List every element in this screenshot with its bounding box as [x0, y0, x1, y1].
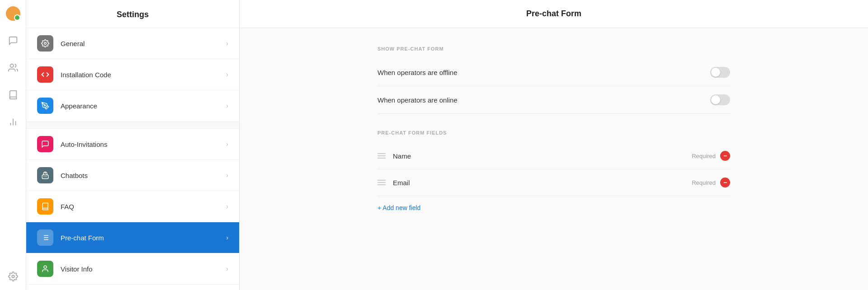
installation-code-chevron: › [226, 71, 228, 78]
visitor-info-label: Visitor Info [61, 265, 226, 273]
required-badge-name: Required [692, 153, 716, 159]
chatbots-icon [37, 167, 53, 183]
svg-point-4 [12, 275, 14, 278]
sidebar-item-general[interactable]: General › [26, 28, 239, 59]
contacts-nav-icon[interactable] [6, 61, 20, 75]
appearance-label: Appearance [61, 102, 226, 110]
auto-invitations-icon [37, 136, 53, 152]
appearance-chevron: › [226, 102, 228, 109]
icon-bar [0, 0, 26, 290]
chatbots-chevron: › [226, 172, 228, 179]
add-field-link[interactable]: + Add new field [377, 204, 420, 211]
sidebar-item-installation-code[interactable]: Installation Code › [26, 59, 239, 90]
field-row-email: Email Required − [377, 169, 730, 196]
settings-title: Settings [26, 0, 239, 28]
main-body: SHOW PRE-CHAT FORM When operators are of… [350, 28, 757, 230]
svg-point-8 [45, 173, 46, 173]
section-gap [377, 114, 730, 130]
general-label: General [61, 40, 226, 47]
visitor-info-chevron: › [226, 265, 228, 272]
svg-point-18 [44, 266, 47, 268]
toggle-row-offline: When operators are offline [377, 59, 730, 86]
faq-chevron: › [226, 203, 228, 210]
faq-icon [37, 198, 53, 215]
svg-point-6 [44, 105, 46, 106]
show-section-label: SHOW PRE-CHAT FORM [377, 46, 730, 51]
drag-handle-email[interactable] [377, 180, 386, 185]
drag-handle-name[interactable] [377, 153, 386, 159]
installation-code-label: Installation Code [61, 71, 226, 79]
library-nav-icon[interactable] [6, 88, 20, 102]
remove-email-button[interactable]: − [720, 178, 730, 187]
toggle-row-online: When operators are online [377, 86, 730, 114]
field-row-name: Name Required − [377, 143, 730, 169]
field-name-email: Email [393, 179, 692, 187]
sidebar-item-appearance[interactable]: Appearance › [26, 90, 239, 122]
sidebar-item-visitor-info[interactable]: Visitor Info › [26, 253, 239, 285]
field-name-name: Name [393, 152, 692, 160]
fields-section: Name Required − Email Required − [377, 143, 730, 196]
sidebar-item-pre-chat-form[interactable]: Pre-chat Form › [26, 222, 239, 253]
sidebar-item-auto-invitations[interactable]: Auto-Invitations › [26, 129, 239, 160]
sidebar-item-faq[interactable]: FAQ › [26, 191, 239, 222]
settings-sidebar: Settings General › Installation Code › A… [26, 0, 240, 290]
pre-chat-form-label: Pre-chat Form [61, 234, 226, 242]
chat-nav-icon[interactable] [6, 33, 20, 48]
appearance-icon [37, 98, 53, 114]
auto-invitations-label: Auto-Invitations [61, 140, 226, 148]
svg-point-0 [10, 64, 13, 67]
required-badge-email: Required [692, 179, 716, 186]
fields-section-label: PRE-CHAT FORM FIELDS [377, 130, 730, 136]
auto-invitations-chevron: › [226, 140, 228, 148]
menu-separator-1 [26, 122, 239, 129]
user-avatar[interactable] [6, 6, 20, 21]
faq-label: FAQ [61, 203, 226, 210]
toggle-online-label: When operators are online [377, 96, 710, 104]
toggle-offline[interactable] [710, 67, 730, 78]
visitor-info-icon [37, 261, 53, 277]
pre-chat-form-chevron: › [226, 234, 228, 241]
settings-nav-icon[interactable] [6, 269, 20, 284]
general-icon [37, 35, 53, 51]
sidebar-item-chatbots[interactable]: Chatbots › [26, 160, 239, 191]
toggle-online[interactable] [710, 94, 730, 105]
main-header: Pre-chat Form [240, 0, 868, 28]
main-content: Pre-chat Form SHOW PRE-CHAT FORM When op… [240, 0, 868, 290]
pre-chat-form-icon [37, 229, 53, 246]
stats-nav-icon[interactable] [6, 115, 20, 129]
toggle-offline-label: When operators are offline [377, 69, 710, 76]
general-chevron: › [226, 40, 228, 47]
installation-code-icon [37, 66, 53, 83]
svg-point-5 [44, 42, 47, 45]
remove-name-button[interactable]: − [720, 151, 730, 161]
menu-list: General › Installation Code › Appearance… [26, 28, 239, 290]
chatbots-label: Chatbots [61, 172, 226, 179]
